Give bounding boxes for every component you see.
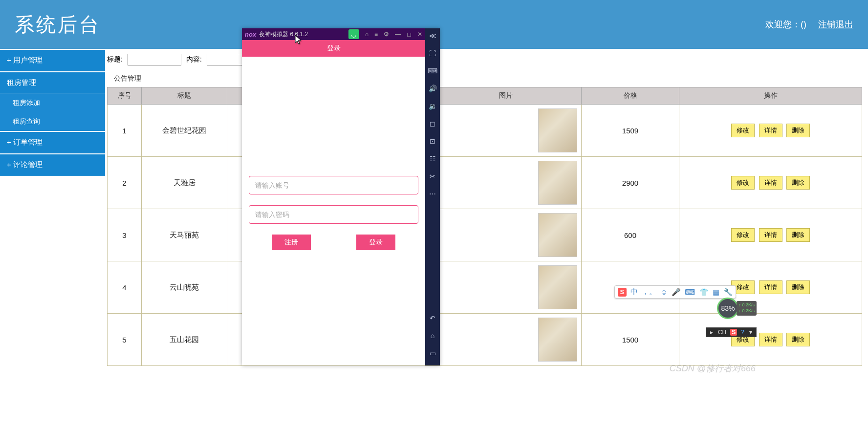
panel-title: 公告管理	[107, 70, 862, 87]
emulator-titlebar[interactable]: nox 夜神模拟器 6.6.1.2 ◡ ⌂ ≡ ⚙ — ◻ ✕	[242, 28, 425, 40]
th-title: 标题	[142, 87, 227, 105]
screenshot-icon[interactable]: ◻	[428, 119, 437, 128]
edit-button[interactable]: 修改	[731, 124, 755, 137]
logout-link[interactable]: 注销退出	[818, 19, 853, 30]
nav-rental-add[interactable]: 租房添加	[0, 94, 105, 112]
nav-rental-query[interactable]: 租房查询	[0, 112, 105, 131]
cell-title: 云山晓苑	[142, 261, 227, 314]
tb-help-icon[interactable]: ?	[740, 329, 745, 336]
tb-menu-icon[interactable]: ▾	[748, 329, 753, 336]
ime-mic-icon[interactable]: 🎤	[672, 288, 681, 297]
emulator-sidebar: ≪ ⛶ ⌨ 🔊 🔉 ◻ ⊡ ☷ ✂ ⋯ ↶ ⌂ ▭	[425, 28, 440, 365]
nav-order-mgmt[interactable]: + 订单管理	[0, 132, 105, 153]
back-icon[interactable]: ↶	[428, 314, 437, 322]
ime-punct[interactable]: ，。	[642, 287, 656, 297]
keyboard-icon[interactable]: ⌨	[428, 66, 437, 75]
detail-button[interactable]: 详情	[759, 280, 782, 294]
ime-tools-icon[interactable]: 🔧	[723, 288, 733, 297]
ime-emoji-icon[interactable]: ☺	[660, 288, 668, 296]
perf-percent[interactable]: 83%	[717, 298, 738, 319]
apk-icon[interactable]: ☷	[428, 154, 437, 163]
app-login-header: 登录	[242, 40, 425, 57]
more-icon[interactable]: ⋯	[428, 190, 437, 198]
password-input[interactable]	[249, 205, 418, 224]
menu-icon[interactable]: ≡	[374, 31, 378, 38]
nav-user-mgmt[interactable]: + 用户管理	[0, 49, 105, 71]
delete-button[interactable]: 删除	[786, 124, 810, 137]
table-row: 2 天雅居 2900 修改 详情 删除	[108, 157, 862, 209]
cell-price: 1509	[582, 105, 679, 157]
cell-seq: 4	[108, 261, 142, 314]
ime-ch[interactable]: 中	[630, 287, 638, 297]
record-icon[interactable]: ⊡	[428, 137, 437, 146]
gear-icon[interactable]: ⚙	[384, 31, 389, 38]
cell-seq: 2	[108, 157, 142, 209]
ime-toolbar[interactable]: S 中 ，。 ☺ 🎤 ⌨ 👕 ▦ 🔧	[614, 285, 736, 299]
delete-button[interactable]: 删除	[786, 280, 810, 294]
filter-bar: 标题: 内容:	[107, 49, 862, 70]
close-icon[interactable]: ✕	[417, 31, 422, 38]
taskbar-lang[interactable]: ▸ CH S ? ▾	[706, 327, 757, 337]
emulator-window: nox 夜神模拟器 6.6.1.2 ◡ ⌂ ≡ ⚙ — ◻ ✕ 登录 注册 登录…	[242, 28, 440, 365]
cell-image	[430, 157, 582, 209]
delete-button[interactable]: 删除	[786, 333, 810, 346]
cell-price: 2900	[582, 157, 679, 209]
emulator-title: 夜神模拟器 6.6.1.2	[259, 30, 308, 39]
edit-button[interactable]: 修改	[731, 176, 755, 190]
collapse-icon[interactable]: ≪	[428, 31, 437, 40]
data-table: 序号 标题 图片 价格 操作 1 金碧世纪花园 1509 修改 详情 删除 2 …	[107, 87, 862, 366]
scissors-icon[interactable]: ✂	[428, 172, 437, 181]
room-image	[538, 265, 577, 309]
nav-comment-mgmt[interactable]: + 评论管理	[0, 154, 105, 176]
delete-button[interactable]: 删除	[786, 228, 810, 242]
cell-ops: 修改 详情 删除	[679, 105, 862, 157]
cell-price: 1500	[582, 314, 679, 366]
recent-icon[interactable]: ▭	[428, 349, 437, 358]
ime-skin-icon[interactable]: 👕	[699, 288, 709, 297]
volume-up-icon[interactable]: 🔊	[428, 84, 437, 93]
delete-button[interactable]: 删除	[786, 176, 810, 190]
minimize-icon[interactable]: —	[395, 31, 401, 38]
sogou-icon[interactable]: S	[618, 288, 627, 297]
tb-sogou-icon[interactable]: S	[730, 329, 737, 336]
ime-grid-icon[interactable]: ▦	[713, 288, 719, 297]
shield-icon[interactable]: ◡	[348, 29, 359, 39]
detail-button[interactable]: 详情	[759, 228, 782, 242]
cell-ops: 修改 详情 删除	[679, 209, 862, 261]
register-button[interactable]: 注册	[272, 235, 311, 250]
detail-button[interactable]: 详情	[759, 176, 782, 190]
tb-ch[interactable]: CH	[717, 329, 727, 336]
filter-title-input[interactable]	[128, 54, 181, 65]
app-login-body: 注册 登录	[242, 57, 425, 365]
fullscreen-icon[interactable]: ⛶	[428, 49, 437, 58]
volume-down-icon[interactable]: 🔉	[428, 102, 437, 110]
detail-button[interactable]: 详情	[759, 124, 782, 137]
nav-rental-mgmt[interactable]: 租房管理	[0, 72, 105, 94]
username-input[interactable]	[249, 176, 418, 194]
watermark: CSDN @修行者对666	[670, 363, 756, 374]
cell-title: 金碧世纪花园	[142, 105, 227, 157]
header-right: 欢迎您：() 注销退出	[765, 19, 853, 30]
cell-title: 五山花园	[142, 314, 227, 366]
table-row: 1 金碧世纪花园 1509 修改 详情 删除	[108, 105, 862, 157]
welcome-text: 欢迎您：()	[765, 19, 806, 30]
detail-button[interactable]: 详情	[759, 333, 782, 346]
tb-expand-icon[interactable]: ▸	[709, 329, 714, 336]
home-icon[interactable]: ⌂	[365, 31, 369, 38]
room-image	[538, 161, 577, 205]
th-seq: 序号	[108, 87, 142, 105]
edit-button[interactable]: 修改	[731, 228, 755, 242]
login-button[interactable]: 登录	[356, 235, 395, 250]
cell-image	[430, 209, 582, 261]
table-row: 5 五山花园 1500 修改 详情 删除	[108, 314, 862, 366]
nox-logo: nox	[245, 31, 256, 38]
cell-seq: 1	[108, 105, 142, 157]
home-nav-icon[interactable]: ⌂	[428, 331, 437, 340]
ime-keyboard-icon[interactable]: ⌨	[685, 288, 695, 297]
app-title: 系统后台	[15, 11, 101, 38]
maximize-icon[interactable]: ◻	[407, 31, 412, 38]
filter-content-label: 内容:	[186, 55, 202, 64]
performance-widget[interactable]: 83% ↑ 0.2K/s ↓ 0.2K/s	[717, 298, 757, 319]
sidebar: + 用户管理 租房管理 租房添加 租房查询 + 订单管理 + 评论管理	[0, 49, 105, 428]
cell-price: 600	[582, 209, 679, 261]
